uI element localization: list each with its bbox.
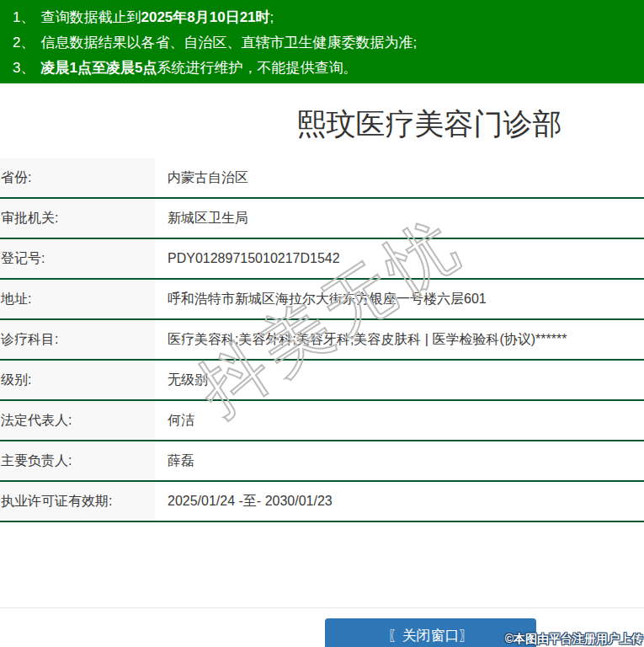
field-label: 诊疗科目: [0,320,155,359]
table-row: 级别: 无级别 [0,361,644,401]
field-value: 新城区卫生局 [155,199,644,238]
field-value: PDY01289715010217D1542 [155,239,644,278]
notice-text: 系统进行维护，不能提供查询。 [157,60,357,76]
notice-line: 3、凌晨1点至凌晨5点系统进行维护，不能提供查询。 [13,56,644,81]
notice-number: 1、 [13,9,35,25]
info-table: 省份: 内蒙古自治区 审批机关: 新城区卫生局 登记号: PDY01289715… [0,158,644,522]
table-row: 执业许可证有效期: 2025/01/24 -至- 2030/01/23 [0,482,644,522]
notice-text: 信息数据结果以各省、自治区、直辖市卫生健康委数据为准; [40,35,417,51]
table-row: 审批机关: 新城区卫生局 [0,199,644,239]
field-value: 呼和浩特市新城区海拉尔大街东方银座一号楼六层601 [155,280,644,318]
table-row: 诊疗科目: 医疗美容科;美容外科;美容牙科;美容皮肤科 | 医学检验科(协议)*… [0,320,644,361]
notice-number: 3、 [13,60,35,76]
table-row: 地址: 呼和浩特市新城区海拉尔大街东方银座一号楼六层601 [0,280,644,320]
field-label: 省份: [0,158,155,197]
page-title: 熙玟医疗美容门诊部 [0,104,644,143]
table-row: 登记号: PDY01289715010217D1542 [0,239,644,280]
field-value: 医疗美容科;美容外科;美容牙科;美容皮肤科 | 医学检验科(协议)****** [155,320,644,359]
notice-text: ; [270,9,274,25]
copyright-watermark: ©本图由平台注册用户上传 [505,632,643,647]
notice-line: 1、查询数据截止到2025年8月10日21时; [13,5,644,30]
field-label: 审批机关: [0,199,155,238]
field-label: 登记号: [0,239,155,278]
notice-bar: 1、查询数据截止到2025年8月10日21时; 2、信息数据结果以各省、自治区、… [0,0,644,83]
notice-number: 2、 [13,35,35,51]
notice-text-bold: 凌晨1点至凌晨5点 [40,60,157,76]
notice-text-bold: 2025年8月10日21时 [141,9,269,25]
footer-divider [0,607,644,608]
table-row: 省份: 内蒙古自治区 [0,158,644,199]
field-value: 2025/01/24 -至- 2030/01/23 [155,482,644,521]
table-row: 主要负责人: 薛磊 [0,441,644,482]
field-label: 主要负责人: [0,441,155,480]
notice-text: 查询数据截止到 [40,9,141,25]
field-value: 薛磊 [155,441,644,480]
notice-line: 2、信息数据结果以各省、自治区、直辖市卫生健康委数据为准; [13,30,644,56]
field-label: 执业许可证有效期: [0,482,155,521]
field-label: 法定代表人: [0,401,155,440]
field-label: 地址: [0,280,155,318]
field-label: 级别: [0,361,155,399]
table-row: 法定代表人: 何洁 [0,401,644,441]
field-value: 无级别 [155,361,644,399]
field-value: 内蒙古自治区 [155,158,644,197]
field-value: 何洁 [155,401,644,440]
page: 1、查询数据截止到2025年8月10日21时; 2、信息数据结果以各省、自治区、… [0,0,644,647]
